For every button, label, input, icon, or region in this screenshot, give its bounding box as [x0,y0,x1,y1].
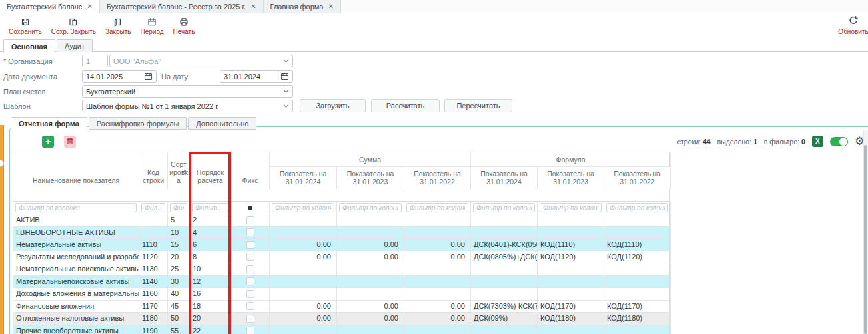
calendar-icon[interactable] [280,72,289,81]
fix-checkbox[interactable] [246,290,254,298]
org-select[interactable]: ООО "Альфа" [109,55,293,67]
doc-date-input[interactable]: 14.01.2025 [82,70,157,83]
period-label: Период [141,28,164,35]
column-header-indicator-6[interactable]: Показатель на 31.01.2022 [604,167,671,189]
load-button[interactable]: Загрузить [300,99,366,112]
cell-sum-1 [270,214,337,227]
period-button[interactable]: Период [136,16,169,37]
report-tab-3[interactable]: Дополнительно [188,117,256,130]
cell-sort: 10 [168,227,190,240]
recalculate-button[interactable]: Пересчитать [444,99,512,112]
table-row[interactable]: Финансовые вложения117045180.000.000.00Д… [13,301,669,313]
column-header-order[interactable]: Порядок расчета [190,152,231,189]
fix-checkbox[interactable] [246,302,254,310]
form-tab-1[interactable]: Основная [3,39,55,53]
filter-input-11[interactable] [606,203,668,212]
fix-checkbox[interactable] [246,216,254,224]
form-tab-2[interactable]: Аудит [57,39,93,52]
save-close-button[interactable]: Сохр. Закрыть [47,16,101,37]
table-row[interactable]: Результаты исследований и разработок1120… [13,251,669,264]
column-header-fix[interactable]: Фикс [231,152,270,189]
column-header-indicator-5[interactable]: Показатель на 31.01.2023 [538,167,604,189]
delete-row-button[interactable] [64,136,76,148]
filter-input-6[interactable] [272,203,334,212]
cell-formula-3 [604,227,671,240]
report-table: Наименование показателяКод строкиСортиро… [13,152,670,334]
cell-formula-1: ДСК(0401)-КСК(0501) [471,239,538,251]
cell-code: 1190 [139,325,168,334]
cell-order: 2 [190,214,231,227]
close-button[interactable]: Закрыть [101,16,136,37]
filter-input-7[interactable] [339,203,402,212]
table-row[interactable]: АКТИВ52 [13,214,669,227]
filter-cell-11 [604,202,671,214]
cell-formula-1: ДСК(0805%)+ДСК(08... [471,251,538,264]
cell-fix [231,263,270,276]
fix-filter-checkbox[interactable] [246,204,254,212]
filter-input-1[interactable] [15,203,137,212]
window-tab-2[interactable]: Бухгалтерский баланс - Реестр за 2025 г.… [100,0,264,13]
column-header-indicator-1[interactable]: Показатель на 31.01.2024 [270,167,337,189]
on-date-input[interactable]: 31.01.2024 [220,70,293,83]
filter-input-4[interactable] [192,203,228,212]
save-label: Сохранить [9,28,42,35]
org-code-field[interactable]: 1 [82,55,108,67]
cell-formula-3 [604,214,671,227]
column-header-indicator-4[interactable]: Показатель на 31.01.2024 [471,167,538,189]
table-row[interactable]: Нематериальные поисковые активы11302510 [13,263,669,276]
table-row[interactable]: Материальныепоисковые активы11403012 [13,276,669,289]
tab-close-icon[interactable]: ✕ [87,3,92,10]
cell-order: 8 [190,251,231,264]
cell-name: I.ВНЕОБОРОТНЫЕ АКТИВЫ [13,227,139,240]
cell-formula-2 [538,325,604,334]
cell-formula-2 [538,214,604,227]
fix-checkbox[interactable] [246,265,254,273]
table-row[interactable]: Прочие внеоборотные активы11905522 [13,325,669,334]
window-tab-bar: Бухгалтерский баланс✕Бухгалтерский балан… [0,0,868,13]
column-header-indicator-2[interactable]: Показатель на 31.01.2023 [337,167,404,189]
filter-input-2[interactable] [141,203,165,212]
fix-checkbox[interactable] [246,241,254,249]
window-tab-3[interactable]: Главная форма✕ [264,0,341,13]
save-close-icon [69,17,78,27]
plan-select[interactable]: Бухгалтерский [82,85,293,98]
table-row[interactable]: Отложенные налоговые активы118050200.000… [13,313,669,325]
report-tab-2[interactable]: Расшифровка формулы [89,117,187,130]
tab-close-icon[interactable]: ✕ [250,3,256,10]
table-row[interactable]: I.ВНЕОБОРОТНЫЕ АКТИВЫ104 [13,227,669,240]
template-select[interactable]: Шаблон формы №1 от 1 января 2022 г. [82,100,293,112]
add-row-button[interactable]: + [42,136,54,148]
excel-export-button[interactable]: X [812,136,823,147]
tab-close-icon[interactable]: ✕ [328,3,333,10]
form-tab-label: Основная [11,43,47,51]
fix-checkbox[interactable] [246,228,254,236]
window-tab-1[interactable]: Бухгалтерский баланс✕ [0,0,100,13]
filter-input-3[interactable] [170,203,187,212]
column-header-indicator-3[interactable]: Показатель на 31.01.2022 [404,167,471,189]
fix-checkbox[interactable] [246,277,254,285]
filter-input-9[interactable] [473,203,535,212]
calendar-icon[interactable] [144,72,153,81]
grid-stats-text: строки:44выделено:1в фильтре:0 [677,138,805,146]
cell-sum-3 [404,214,471,227]
filter-input-8[interactable] [406,203,468,212]
fix-checkbox[interactable] [246,253,254,261]
table-row[interactable]: Доходные вложения в материальные ц...116… [13,288,669,301]
vertical-scrollbar-thumb[interactable] [864,145,867,334]
report-tab-1[interactable]: Отчетная форма [11,117,87,130]
table-row[interactable]: Нематериальные активы11101560.000.000.00… [13,239,669,251]
fix-checkbox[interactable] [246,315,254,323]
cell-name: Отложенные налоговые активы [13,313,139,325]
cell-formula-2: КОД(1120) [538,251,604,264]
column-header-name[interactable]: Наименование показателя [13,152,139,189]
filter-toggle[interactable] [830,137,848,146]
save-button[interactable]: Сохранить [4,16,47,37]
fix-checkbox[interactable] [246,327,254,334]
refresh-button[interactable]: Обновить [839,15,868,35]
filter-input-10[interactable] [540,203,602,212]
report-tab-label: Отчетная форма [19,120,79,128]
calculate-button[interactable]: Рассчитать [371,99,440,112]
cell-name: Доходные вложения в материальные ц... [13,288,139,301]
column-header-code[interactable]: Код строки [139,152,168,189]
print-button[interactable]: Печать [169,16,200,37]
